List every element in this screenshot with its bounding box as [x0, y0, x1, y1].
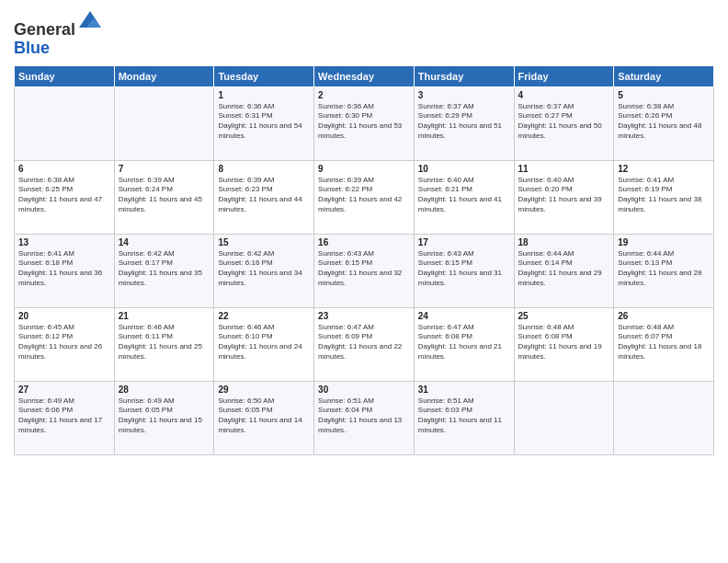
calendar-cell: 30Sunrise: 6:51 AMSunset: 6:04 PMDayligh… — [314, 381, 415, 454]
day-info: Sunrise: 6:44 AMSunset: 6:14 PMDaylight:… — [518, 249, 610, 289]
calendar-cell: 2Sunrise: 6:36 AMSunset: 6:30 PMDaylight… — [314, 86, 415, 160]
header: General Blue — [14, 9, 714, 58]
page: General Blue SundayMondayTuesdayWednesda… — [0, 0, 728, 563]
day-number: 16 — [318, 237, 410, 247]
day-info: Sunrise: 6:36 AMSunset: 6:30 PMDaylight:… — [318, 102, 410, 142]
calendar-cell: 5Sunrise: 6:38 AMSunset: 6:26 PMDaylight… — [614, 86, 714, 160]
calendar-cell: 10Sunrise: 6:40 AMSunset: 6:21 PMDayligh… — [414, 160, 514, 234]
day-number: 23 — [318, 311, 410, 321]
calendar-cell: 25Sunrise: 6:48 AMSunset: 6:08 PMDayligh… — [514, 307, 614, 381]
day-number: 21 — [119, 311, 210, 321]
calendar-cell: 31Sunrise: 6:51 AMSunset: 6:03 PMDayligh… — [414, 381, 514, 454]
day-number: 5 — [618, 90, 710, 100]
header-day-wednesday: Wednesday — [314, 65, 415, 86]
calendar-cell: 9Sunrise: 6:39 AMSunset: 6:22 PMDaylight… — [314, 160, 415, 234]
day-number: 19 — [618, 237, 710, 247]
day-info: Sunrise: 6:47 AMSunset: 6:09 PMDaylight:… — [318, 323, 410, 362]
calendar-cell: 28Sunrise: 6:49 AMSunset: 6:05 PMDayligh… — [114, 381, 214, 454]
day-info: Sunrise: 6:42 AMSunset: 6:17 PMDaylight:… — [119, 249, 210, 289]
day-number: 11 — [518, 164, 610, 174]
calendar-table: SundayMondayTuesdayWednesdayThursdayFrid… — [14, 65, 714, 455]
day-number: 27 — [18, 385, 110, 395]
day-info: Sunrise: 6:39 AMSunset: 6:22 PMDaylight:… — [318, 176, 410, 215]
calendar-cell — [114, 86, 214, 160]
header-day-sunday: Sunday — [15, 65, 115, 86]
calendar-cell: 27Sunrise: 6:49 AMSunset: 6:06 PMDayligh… — [15, 381, 115, 454]
day-number: 17 — [418, 237, 510, 247]
calendar-cell: 29Sunrise: 6:50 AMSunset: 6:05 PMDayligh… — [214, 381, 314, 454]
day-info: Sunrise: 6:37 AMSunset: 6:27 PMDaylight:… — [518, 102, 610, 142]
logo: General Blue — [14, 9, 103, 58]
header-row: SundayMondayTuesdayWednesdayThursdayFrid… — [15, 65, 714, 86]
day-number: 10 — [418, 164, 510, 174]
day-number: 1 — [218, 90, 310, 100]
day-number: 4 — [518, 90, 610, 100]
day-info: Sunrise: 6:51 AMSunset: 6:04 PMDaylight:… — [318, 396, 410, 436]
day-number: 3 — [418, 90, 510, 100]
day-info: Sunrise: 6:43 AMSunset: 6:15 PMDaylight:… — [318, 249, 410, 289]
calendar-cell: 14Sunrise: 6:42 AMSunset: 6:17 PMDayligh… — [114, 234, 214, 307]
header-day-thursday: Thursday — [414, 65, 514, 86]
day-info: Sunrise: 6:39 AMSunset: 6:24 PMDaylight:… — [119, 176, 210, 215]
calendar-cell: 21Sunrise: 6:46 AMSunset: 6:11 PMDayligh… — [114, 307, 214, 381]
day-info: Sunrise: 6:46 AMSunset: 6:11 PMDaylight:… — [119, 323, 210, 362]
week-row-3: 13Sunrise: 6:41 AMSunset: 6:18 PMDayligh… — [15, 234, 714, 307]
day-info: Sunrise: 6:41 AMSunset: 6:18 PMDaylight:… — [18, 249, 110, 289]
day-number: 22 — [218, 311, 310, 321]
day-info: Sunrise: 6:43 AMSunset: 6:15 PMDaylight:… — [418, 249, 510, 289]
day-number: 20 — [18, 311, 110, 321]
calendar-cell: 3Sunrise: 6:37 AMSunset: 6:29 PMDaylight… — [414, 86, 514, 160]
day-number: 25 — [518, 311, 610, 321]
calendar-cell: 17Sunrise: 6:43 AMSunset: 6:15 PMDayligh… — [414, 234, 514, 307]
header-day-friday: Friday — [514, 65, 614, 86]
day-info: Sunrise: 6:48 AMSunset: 6:08 PMDaylight:… — [518, 323, 610, 362]
calendar-cell: 1Sunrise: 6:36 AMSunset: 6:31 PMDaylight… — [214, 86, 314, 160]
day-info: Sunrise: 6:45 AMSunset: 6:12 PMDaylight:… — [18, 323, 110, 362]
day-number: 2 — [318, 90, 410, 100]
calendar-cell: 19Sunrise: 6:44 AMSunset: 6:13 PMDayligh… — [614, 234, 714, 307]
day-info: Sunrise: 6:47 AMSunset: 6:08 PMDaylight:… — [418, 323, 510, 362]
day-info: Sunrise: 6:48 AMSunset: 6:07 PMDaylight:… — [618, 323, 710, 362]
header-day-tuesday: Tuesday — [214, 65, 314, 86]
week-row-2: 6Sunrise: 6:38 AMSunset: 6:25 PMDaylight… — [15, 160, 714, 234]
header-day-saturday: Saturday — [614, 65, 714, 86]
calendar-cell: 15Sunrise: 6:42 AMSunset: 6:16 PMDayligh… — [214, 234, 314, 307]
day-number: 14 — [119, 237, 210, 247]
day-info: Sunrise: 6:37 AMSunset: 6:29 PMDaylight:… — [418, 102, 510, 142]
day-info: Sunrise: 6:40 AMSunset: 6:21 PMDaylight:… — [418, 176, 510, 215]
day-number: 29 — [218, 385, 310, 395]
header-day-monday: Monday — [114, 65, 214, 86]
day-info: Sunrise: 6:46 AMSunset: 6:10 PMDaylight:… — [218, 323, 310, 362]
logo-blue: Blue — [14, 39, 50, 57]
day-info: Sunrise: 6:51 AMSunset: 6:03 PMDaylight:… — [418, 396, 510, 436]
day-number: 26 — [618, 311, 710, 321]
day-info: Sunrise: 6:49 AMSunset: 6:06 PMDaylight:… — [18, 396, 110, 436]
calendar-cell — [514, 381, 614, 454]
calendar-cell: 26Sunrise: 6:48 AMSunset: 6:07 PMDayligh… — [614, 307, 714, 381]
logo-general: General — [14, 20, 75, 39]
day-number: 13 — [18, 237, 110, 247]
logo-icon — [77, 9, 103, 35]
calendar-cell: 18Sunrise: 6:44 AMSunset: 6:14 PMDayligh… — [514, 234, 614, 307]
day-number: 31 — [418, 385, 510, 395]
day-info: Sunrise: 6:41 AMSunset: 6:19 PMDaylight:… — [618, 176, 710, 215]
day-info: Sunrise: 6:49 AMSunset: 6:05 PMDaylight:… — [119, 396, 210, 436]
day-info: Sunrise: 6:42 AMSunset: 6:16 PMDaylight:… — [218, 249, 310, 289]
calendar-cell: 11Sunrise: 6:40 AMSunset: 6:20 PMDayligh… — [514, 160, 614, 234]
day-number: 18 — [518, 237, 610, 247]
day-number: 9 — [318, 164, 410, 174]
calendar-cell: 12Sunrise: 6:41 AMSunset: 6:19 PMDayligh… — [614, 160, 714, 234]
calendar-cell — [614, 381, 714, 454]
day-number: 7 — [119, 164, 210, 174]
calendar-cell: 8Sunrise: 6:39 AMSunset: 6:23 PMDaylight… — [214, 160, 314, 234]
calendar-cell: 7Sunrise: 6:39 AMSunset: 6:24 PMDaylight… — [114, 160, 214, 234]
day-number: 28 — [119, 385, 210, 395]
calendar-cell: 24Sunrise: 6:47 AMSunset: 6:08 PMDayligh… — [414, 307, 514, 381]
day-number: 6 — [18, 164, 110, 174]
calendar-cell: 20Sunrise: 6:45 AMSunset: 6:12 PMDayligh… — [15, 307, 115, 381]
calendar-cell: 6Sunrise: 6:38 AMSunset: 6:25 PMDaylight… — [15, 160, 115, 234]
logo-text: General Blue — [14, 9, 103, 58]
week-row-4: 20Sunrise: 6:45 AMSunset: 6:12 PMDayligh… — [15, 307, 714, 381]
day-number: 15 — [218, 237, 310, 247]
day-info: Sunrise: 6:38 AMSunset: 6:25 PMDaylight:… — [18, 176, 110, 215]
